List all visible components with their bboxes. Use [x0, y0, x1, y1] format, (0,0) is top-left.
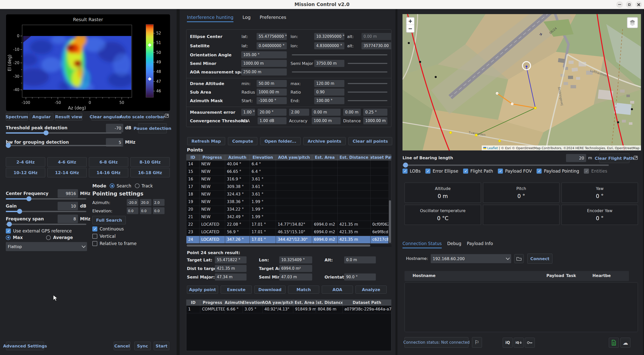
points-table-row[interactable]: 23 LOCATED 56.9 ° 17.01 ° 46.15°/15.10° … [186, 228, 391, 236]
azimuth-mask-end-input[interactable]: 100.00 ° [314, 97, 344, 104]
column-header[interactable]: Azimuth [225, 154, 250, 161]
column-header[interactable]: Progress [199, 154, 225, 161]
zoom-out-button[interactable]: − [407, 25, 414, 32]
aoa-spacing-input[interactable]: 250.00 m [241, 68, 287, 75]
azimuth-mask-slider[interactable] [348, 100, 387, 101]
column-header[interactable]: AOA yaw/pitch [276, 154, 312, 161]
center-frequency-slider[interactable] [6, 196, 86, 201]
target-area-input[interactable]: 6994.0 m² [279, 265, 312, 272]
minimize-button[interactable] [616, 1, 623, 8]
points-table-row[interactable]: 15 NEW 66.65 ° 6.4 ° [186, 168, 391, 176]
aoa-spacing-slider[interactable] [292, 71, 387, 72]
azimuth-max-input[interactable]: 20.0 [140, 199, 151, 206]
advanced-settings-button[interactable]: Advanced Settings [6, 342, 44, 350]
convergence-distance-input[interactable]: 1000.00 m [363, 117, 387, 124]
action-button[interactable]: Clear all points [348, 137, 392, 145]
clear-flight-path-button[interactable]: Clear Flight Path [599, 153, 629, 163]
semi-minor-input[interactable]: 1000.00 m [241, 60, 287, 67]
column-header[interactable]: ID [186, 300, 200, 306]
cloud-button[interactable]: ☁ [620, 338, 630, 348]
threshold-slider-handle[interactable] [44, 130, 49, 135]
connection-status-button[interactable]: Connection status: Not connected [405, 337, 468, 348]
aggregation-radio[interactable]: Average [46, 235, 86, 240]
sync-button[interactable]: Sync [134, 342, 151, 350]
band-button[interactable]: 12-14 GHz [47, 168, 87, 177]
lob-length-slider[interactable] [403, 163, 609, 168]
iq-button[interactable]: iQ [503, 338, 513, 348]
band-button[interactable]: 14-16 GHz [89, 168, 128, 177]
gps-reference-checkbox[interactable]: Use external GPS reference [6, 228, 72, 233]
sub-area-slider[interactable] [348, 92, 387, 93]
log-file-button[interactable] [609, 338, 619, 348]
points-table-row[interactable]: 22 LOCATED 22.08 ° 17.01 ° 14.77°/34.82°… [186, 221, 391, 228]
satellite-alt-input[interactable]: 35774730.00 [361, 42, 391, 49]
column-header[interactable]: AOA yaw/pitch [263, 300, 293, 306]
column-header[interactable]: Est. Distance [338, 154, 371, 161]
point-button[interactable]: Execute [221, 286, 252, 294]
full-search-button[interactable]: Full Search [92, 216, 126, 224]
band-button[interactable]: 16-18 GHz [130, 168, 170, 177]
layers-button[interactable] [627, 17, 638, 28]
points-table-row[interactable]: 14 NEW 40.04 ° 6.4 ° [186, 161, 391, 168]
band-button[interactable]: 4-6 GHz [47, 157, 87, 167]
result-orientation-input[interactable]: 90.0 ° [344, 273, 376, 281]
band-button[interactable]: 8-10 GHz [130, 157, 170, 167]
gain-slider[interactable] [6, 209, 86, 214]
layer-checkbox[interactable]: Error Ellipse [425, 169, 458, 174]
selected-point-marker[interactable] [526, 66, 528, 67]
layer-checkbox[interactable]: Entities [584, 169, 607, 174]
popout-plot-icon[interactable] [165, 113, 170, 120]
points-table-row[interactable]: 20 NEW 334.22 ° 1.99 ° [186, 206, 391, 213]
frequency-span-slider[interactable] [6, 222, 86, 227]
points-table-row[interactable]: 18 NEW 324.43 ° 3.61 ° [186, 191, 391, 198]
azimuth-min-input[interactable]: -20.0 [127, 199, 138, 206]
hostname-select[interactable]: 192.168.60.200 [431, 254, 511, 263]
aggregation-radio[interactable]: Max [6, 235, 46, 240]
connection-tab[interactable]: Debug [447, 241, 461, 248]
band-button[interactable]: 10-12 GHz [6, 168, 45, 177]
meas-error-input-1[interactable]: 1.00 ° [241, 109, 255, 116]
result-semi-major-input[interactable]: 47.34 m [215, 273, 247, 281]
dist-to-target-input[interactable]: 421.35 m [215, 265, 247, 272]
satellite-lat-input[interactable]: 0.04000000 ° [257, 42, 287, 49]
action-button[interactable]: Archive points [303, 137, 346, 145]
threshold-slider[interactable] [6, 130, 122, 135]
target-lat-input[interactable]: 55.471822 ° [215, 256, 247, 263]
point-button[interactable]: Match [288, 286, 319, 294]
point-button[interactable]: Apply point [187, 286, 218, 294]
layer-checkbox[interactable]: Payload FOV [498, 169, 532, 174]
points-vertical-scrollbar[interactable] [388, 161, 391, 244]
bw-slider[interactable] [6, 143, 122, 148]
flag-button[interactable]: ⚐ [472, 337, 482, 348]
meas-error-input-3[interactable]: 2.00 [289, 109, 309, 116]
sub-area-radius-input[interactable]: 1000.00 m [257, 89, 287, 96]
elevation-max-input[interactable]: 0.0 [140, 207, 151, 214]
column-header[interactable]: Est. Area [293, 300, 316, 306]
layer-checkbox[interactable]: LOBs [403, 169, 421, 174]
pause-detection-button[interactable]: Pause detection [138, 123, 167, 133]
target-alt-input[interactable]: 0.0 m [344, 256, 376, 263]
popout-map-icon[interactable] [633, 155, 638, 162]
point-button[interactable]: AOA [322, 286, 353, 294]
open-hostfile-button[interactable] [514, 254, 524, 263]
layer-checkbox[interactable]: Flight Path [463, 169, 493, 174]
column-header[interactable]: Elevation [250, 154, 276, 161]
meas-error-input-5[interactable]: 0.00 m [343, 109, 361, 116]
iq-download-button[interactable]: iQ [514, 338, 524, 348]
sub-area-ratio-input[interactable]: 0.90 [314, 89, 344, 96]
result-semi-minor-input[interactable]: 47.03 m [279, 273, 312, 281]
convergence-accuracy-input[interactable]: 100.00 m [312, 117, 341, 124]
start-button[interactable]: Start [154, 342, 169, 350]
column-header[interactable]: Est. Area [312, 154, 338, 161]
connection-tab[interactable]: Connection Status [403, 241, 442, 248]
action-button[interactable]: Refresh Map [187, 137, 225, 145]
points-table-row[interactable]: 19 NEW 338.36 ° 1.99 ° [186, 198, 391, 206]
layer-checkbox[interactable]: Payload Pointing [537, 169, 579, 174]
points-table-row[interactable]: 17 NEW 309.38 ° 3.61 ° [186, 183, 391, 191]
key-button[interactable] [525, 338, 535, 348]
action-button[interactable]: Compute [228, 137, 257, 145]
connect-button[interactable]: Connect [527, 254, 552, 264]
column-header[interactable]: ID [186, 154, 199, 161]
meas-error-input-4[interactable]: 0.00 m [312, 109, 341, 116]
result-view-button[interactable]: Result view [55, 113, 82, 121]
